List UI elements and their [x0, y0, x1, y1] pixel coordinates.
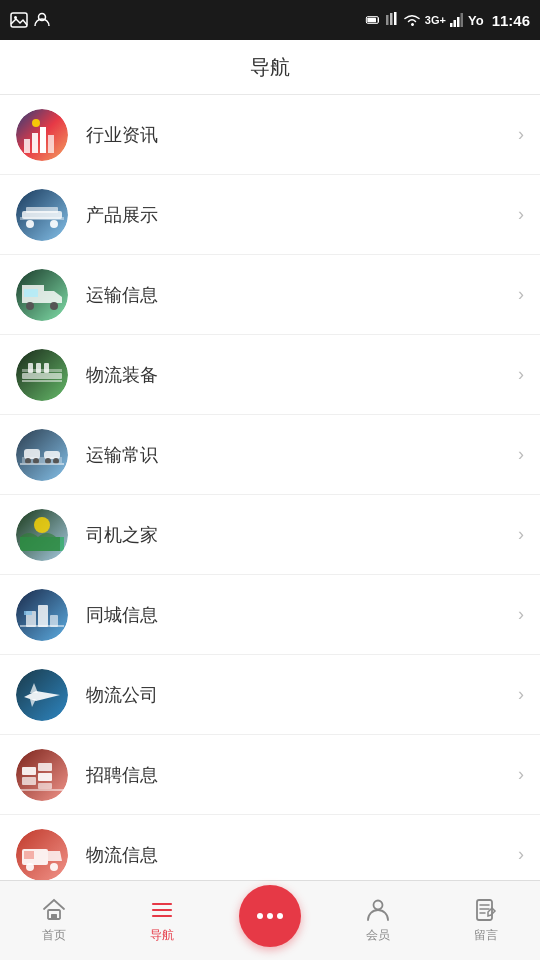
- svg-rect-60: [38, 783, 52, 789]
- home-icon: [41, 897, 67, 923]
- nav-chevron-8: ›: [518, 684, 524, 705]
- svg-rect-53: [28, 611, 32, 615]
- svg-rect-59: [38, 773, 52, 781]
- status-right-icons: 3G+ Yo 11:46: [365, 12, 530, 29]
- nav-label-6: 司机之家: [86, 523, 518, 547]
- svg-point-21: [26, 220, 34, 228]
- svg-point-25: [26, 302, 34, 310]
- tab-note-label: 留言: [474, 927, 498, 944]
- svg-rect-16: [48, 135, 54, 153]
- sim-icon: [385, 12, 399, 28]
- svg-rect-9: [453, 20, 456, 27]
- nav-item-3[interactable]: 运输信息›: [0, 255, 540, 335]
- svg-rect-27: [24, 289, 38, 297]
- svg-point-26: [50, 302, 58, 310]
- nav-icon-5: [16, 429, 68, 481]
- svg-rect-61: [20, 789, 64, 791]
- svg-rect-7: [394, 12, 397, 25]
- nav-icon-3: [16, 269, 68, 321]
- svg-rect-13: [24, 139, 30, 153]
- battery-icon: [365, 12, 381, 28]
- nav-chevron-6: ›: [518, 524, 524, 545]
- nav-label-8: 物流公司: [86, 683, 518, 707]
- fab-dot-3: [277, 913, 283, 919]
- gallery-icon: [10, 12, 28, 28]
- nav-item-10[interactable]: 物流信息›: [0, 815, 540, 880]
- fab-button[interactable]: [239, 885, 301, 947]
- page-title-bar: 导航: [0, 40, 540, 95]
- nav-icon-10: [16, 829, 68, 881]
- nav-chevron-9: ›: [518, 764, 524, 785]
- nav-chevron-5: ›: [518, 444, 524, 465]
- page-title: 导航: [250, 54, 290, 81]
- nav-item-6[interactable]: 司机之家›: [0, 495, 540, 575]
- svg-rect-11: [460, 13, 463, 27]
- nav-icon-7: [16, 589, 68, 641]
- svg-rect-23: [20, 217, 64, 220]
- svg-rect-10: [457, 17, 460, 27]
- nav-item-8[interactable]: 物流公司›: [0, 655, 540, 735]
- tab-nav[interactable]: 导航: [108, 889, 216, 952]
- nav-item-1[interactable]: 行业资讯›: [0, 95, 540, 175]
- svg-rect-68: [51, 914, 57, 919]
- svg-point-22: [50, 220, 58, 228]
- svg-rect-58: [38, 763, 52, 771]
- svg-point-17: [32, 119, 40, 127]
- nav-item-2[interactable]: 产品展示›: [0, 175, 540, 255]
- nav-chevron-1: ›: [518, 124, 524, 145]
- svg-point-64: [26, 863, 34, 871]
- tab-member[interactable]: 会员: [324, 889, 432, 952]
- nav-label-7: 同城信息: [86, 603, 518, 627]
- nav-label-2: 产品展示: [86, 203, 518, 227]
- nav-item-7[interactable]: 同城信息›: [0, 575, 540, 655]
- nav-item-5[interactable]: 运输常识›: [0, 415, 540, 495]
- nav-icon-4: [16, 349, 68, 401]
- nav-content-area: 行业资讯› 产品展示› 运输信息› 物流装备› 运输常识›: [0, 95, 540, 880]
- nav-icon-9: [16, 749, 68, 801]
- tab-nav-label: 导航: [150, 927, 174, 944]
- svg-rect-8: [450, 23, 453, 27]
- nav-icon-8: [16, 669, 68, 721]
- tab-home-label: 首页: [42, 927, 66, 944]
- svg-rect-57: [22, 777, 36, 785]
- status-left-icons: [10, 12, 50, 28]
- wifi-icon: [403, 13, 421, 27]
- svg-rect-38: [44, 451, 60, 459]
- fab-dot-1: [257, 913, 263, 919]
- fab-dots: [257, 913, 283, 919]
- member-icon: [365, 897, 391, 923]
- network-label: 3G+: [425, 14, 446, 26]
- nav-item-4[interactable]: 物流装备›: [0, 335, 540, 415]
- tab-bar: 首页 导航 会员 留言: [0, 880, 540, 960]
- carrier-label: Yo: [468, 13, 484, 28]
- svg-rect-56: [22, 767, 36, 775]
- nav-label-3: 运输信息: [86, 283, 518, 307]
- fab-dot-2: [267, 913, 273, 919]
- svg-rect-4: [367, 18, 376, 23]
- svg-point-46: [34, 517, 50, 533]
- nav-icon-1: [16, 109, 68, 161]
- svg-point-72: [374, 901, 383, 910]
- svg-rect-5: [386, 15, 389, 25]
- nav-icon-2: [16, 189, 68, 241]
- svg-rect-6: [390, 13, 393, 25]
- nav-label-9: 招聘信息: [86, 763, 518, 787]
- tab-home[interactable]: 首页: [0, 889, 108, 952]
- svg-rect-43: [20, 463, 64, 465]
- nav-list: 行业资讯› 产品展示› 运输信息› 物流装备› 运输常识›: [0, 95, 540, 880]
- person-icon: [34, 12, 50, 28]
- svg-rect-20: [26, 207, 58, 213]
- tab-note[interactable]: 留言: [432, 889, 540, 952]
- svg-rect-0: [11, 13, 27, 27]
- signal-icon: [450, 13, 464, 27]
- nav-label-4: 物流装备: [86, 363, 518, 387]
- nav-item-9[interactable]: 招聘信息›: [0, 735, 540, 815]
- svg-rect-14: [32, 133, 38, 153]
- nav-chevron-7: ›: [518, 604, 524, 625]
- svg-rect-31: [28, 363, 33, 373]
- nav-label-5: 运输常识: [86, 443, 518, 467]
- nav-icon-6: [16, 509, 68, 561]
- note-icon: [473, 897, 499, 923]
- nav-chevron-4: ›: [518, 364, 524, 385]
- nav-label-10: 物流信息: [86, 843, 518, 867]
